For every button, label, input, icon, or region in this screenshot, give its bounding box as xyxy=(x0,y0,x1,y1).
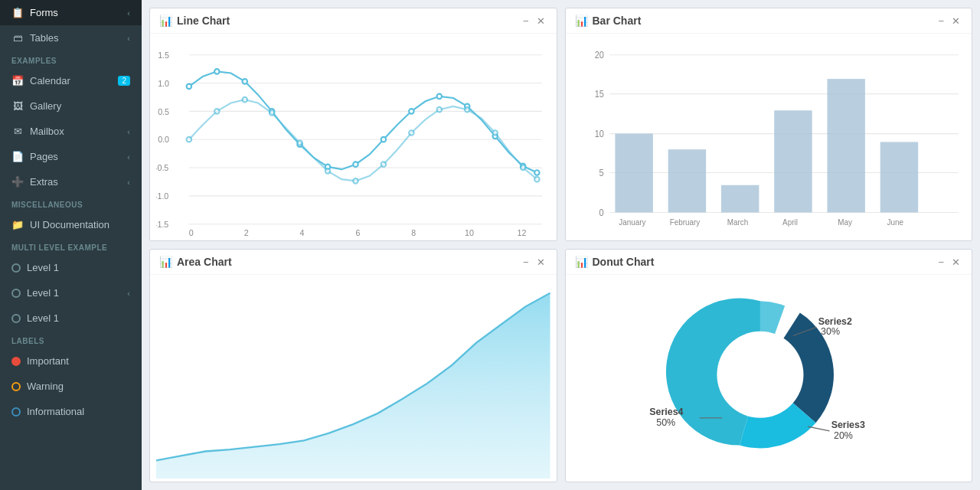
sidebar-item-warning[interactable]: Warning xyxy=(0,374,142,399)
line-chart-header: 📊 Line Chart − ✕ xyxy=(150,8,557,34)
svg-text:20%: 20% xyxy=(834,430,853,441)
svg-point-43 xyxy=(409,130,413,136)
line-chart-close[interactable]: ✕ xyxy=(534,15,547,27)
sidebar-label-forms: Forms xyxy=(30,7,58,18)
svg-rect-69 xyxy=(880,142,917,212)
donut-chart-minimize[interactable]: − xyxy=(936,256,946,268)
line-chart-title: 📊 Line Chart xyxy=(159,15,230,27)
sidebar-item-informational[interactable]: Informational xyxy=(0,399,142,424)
area-chart-header: 📊 Area Chart − ✕ xyxy=(150,250,557,275)
sidebar-item-uidocs[interactable]: 📁 UI Documentation xyxy=(0,212,142,237)
svg-text:0.5: 0.5 xyxy=(158,107,169,116)
sidebar-label-level1c: Level 1 xyxy=(27,312,59,324)
line-chart-minimize[interactable]: − xyxy=(521,15,531,27)
svg-text:February: February xyxy=(669,217,700,226)
svg-text:Series2: Series2 xyxy=(818,316,851,327)
svg-text:1.5: 1.5 xyxy=(158,51,169,60)
bar-chart-close[interactable]: ✕ xyxy=(949,15,962,27)
svg-point-27 xyxy=(353,162,358,167)
warning-dot xyxy=(11,382,21,391)
svg-point-30 xyxy=(437,94,442,100)
svg-point-34 xyxy=(534,170,539,175)
svg-text:0: 0 xyxy=(599,207,603,217)
svg-text:12: 12 xyxy=(518,228,527,237)
svg-text:0: 0 xyxy=(189,228,194,237)
svg-text:0.0: 0.0 xyxy=(158,135,169,144)
svg-point-35 xyxy=(187,137,191,142)
gallery-icon: 🖼 xyxy=(11,100,24,112)
svg-rect-65 xyxy=(774,110,812,212)
informational-dot xyxy=(11,407,21,416)
bar-chart-controls: − ✕ xyxy=(936,15,962,27)
sidebar-item-tables[interactable]: 🗃 Tables ‹ xyxy=(0,25,142,51)
svg-rect-61 xyxy=(668,149,705,212)
svg-point-45 xyxy=(465,107,469,113)
donut-chart-panel: 📊 Donut Chart − ✕ xyxy=(565,249,973,482)
sidebar-label-uidocs: UI Documentation xyxy=(30,219,109,230)
sidebar-item-calendar[interactable]: 📅 Calendar 2 xyxy=(0,68,142,93)
svg-point-40 xyxy=(325,168,330,174)
svg-text:6: 6 xyxy=(355,228,360,237)
level1a-dot xyxy=(11,263,21,273)
svg-point-28 xyxy=(381,137,386,142)
level1b-arrow: ‹ xyxy=(127,289,130,298)
area-chart-panel: 📊 Area Chart − ✕ xyxy=(149,249,557,482)
svg-point-21 xyxy=(187,84,191,90)
sidebar-item-level1a[interactable]: Level 1 xyxy=(0,255,142,280)
area-chart-minimize[interactable]: − xyxy=(521,256,531,268)
sidebar-item-extras[interactable]: ➕ Extras ‹ xyxy=(0,169,142,194)
svg-text:1.0: 1.0 xyxy=(158,79,169,88)
donut-svg: Series2 30% Series3 20% Series4 50% xyxy=(572,279,966,479)
sidebar-item-pages[interactable]: 📄 Pages ‹ xyxy=(0,144,142,169)
svg-point-47 xyxy=(521,165,525,171)
svg-point-23 xyxy=(243,79,247,84)
svg-text:8: 8 xyxy=(411,228,416,237)
svg-point-29 xyxy=(409,109,413,114)
svg-line-74 xyxy=(808,426,829,431)
extras-arrow: ‹ xyxy=(127,178,130,187)
pages-arrow: ‹ xyxy=(127,152,130,162)
svg-point-37 xyxy=(243,97,247,102)
bar-chart-minimize[interactable]: − xyxy=(936,15,946,27)
section-misc: MISCELLANEOUS xyxy=(0,194,142,212)
svg-text:-1.0: -1.0 xyxy=(156,191,168,201)
area-chart-close[interactable]: ✕ xyxy=(534,256,547,268)
svg-text:30%: 30% xyxy=(821,326,840,337)
svg-text:April: April xyxy=(782,217,798,226)
bar-chart-icon: 📊 xyxy=(575,15,588,27)
sidebar-label-pages: Pages xyxy=(30,151,58,162)
svg-text:Series3: Series3 xyxy=(831,420,864,430)
sidebar-label-warning: Warning xyxy=(27,381,64,392)
sidebar-label-level1a: Level 1 xyxy=(27,262,59,273)
sidebar-item-mailbox[interactable]: ✉ Mailbox ‹ xyxy=(0,119,142,144)
sidebar-item-level1b[interactable]: Level 1 ‹ xyxy=(0,280,142,305)
sidebar-label-gallery: Gallery xyxy=(30,100,61,112)
sidebar: 📋 Forms ‹ 🗃 Tables ‹ EXAMPLES 📅 Calendar… xyxy=(0,0,142,490)
area-chart-icon: 📊 xyxy=(159,256,172,268)
section-labels: LABELS xyxy=(0,331,142,348)
bar-chart-panel: 📊 Bar Chart − ✕ 20 15 10 5 xyxy=(565,8,973,241)
sidebar-item-important[interactable]: Important xyxy=(0,348,142,374)
bar-chart-header: 📊 Bar Chart − ✕ xyxy=(566,8,972,34)
sidebar-item-level1c[interactable]: Level 1 xyxy=(0,305,142,331)
svg-text:4: 4 xyxy=(300,228,305,237)
tables-icon: 🗃 xyxy=(11,32,24,44)
line-chart-controls: − ✕ xyxy=(521,15,547,27)
bar-chart-body: 20 15 10 5 0 January February March Apri… xyxy=(566,34,972,240)
svg-text:10: 10 xyxy=(594,129,603,139)
donut-chart-title: 📊 Donut Chart xyxy=(575,256,655,268)
area-chart-body xyxy=(150,275,557,482)
donut-chart-close[interactable]: ✕ xyxy=(949,256,962,268)
sidebar-item-forms[interactable]: 📋 Forms ‹ xyxy=(0,0,142,25)
sidebar-label-tables: Tables xyxy=(30,32,59,44)
svg-rect-67 xyxy=(827,79,864,212)
mailbox-icon: ✉ xyxy=(11,126,24,137)
sidebar-item-gallery[interactable]: 🖼 Gallery xyxy=(0,93,142,119)
svg-text:50%: 50% xyxy=(656,417,675,428)
bar-chart-title: 📊 Bar Chart xyxy=(575,15,642,27)
svg-rect-59 xyxy=(615,134,652,213)
svg-rect-63 xyxy=(720,185,758,213)
svg-text:January: January xyxy=(619,217,646,226)
svg-text:5: 5 xyxy=(599,168,603,178)
sidebar-label-level1b: Level 1 xyxy=(27,287,59,299)
